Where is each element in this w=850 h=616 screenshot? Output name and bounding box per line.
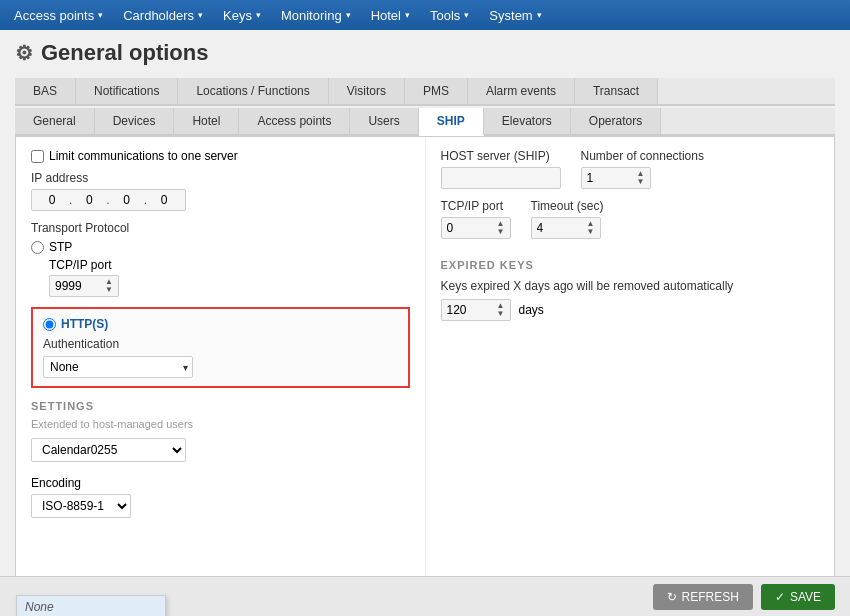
https-box: HTTP(S) Authentication None Basic Custom… <box>31 307 410 388</box>
tab-bas[interactable]: BAS <box>15 78 76 104</box>
refresh-button[interactable]: ↻ REFRESH <box>653 584 753 610</box>
tab-elevators[interactable]: Elevators <box>484 108 571 134</box>
tcp-port-right-down[interactable]: ▼ <box>497 228 505 236</box>
days-spinners: ▲ ▼ <box>497 302 505 318</box>
tab-access-points[interactable]: Access points <box>239 108 350 134</box>
timeout-down[interactable]: ▼ <box>587 228 595 236</box>
auth-dropdown-list: None Basic Custom <box>16 595 166 616</box>
ip-part-4[interactable] <box>150 193 178 207</box>
stp-label: STP <box>49 240 72 254</box>
nav-arrow-monitoring: ▾ <box>346 10 351 20</box>
stp-radio[interactable] <box>31 241 44 254</box>
host-server-label: HOST server (SHIP) <box>441 149 561 163</box>
tcp-port-right-input[interactable]: ▲ ▼ <box>441 217 511 239</box>
tab-alarm-events[interactable]: Alarm events <box>468 78 575 104</box>
settings-section-label: SETTINGS <box>31 400 410 412</box>
https-radio[interactable] <box>43 318 56 331</box>
left-panel: Limit communications to one server IP ad… <box>16 137 426 595</box>
days-row: ▲ ▼ days <box>441 299 820 321</box>
limit-comm-checkbox[interactable] <box>31 150 44 163</box>
tcp-port-input[interactable]: ▲ ▼ <box>49 275 119 297</box>
tab-hotel[interactable]: Hotel <box>174 108 239 134</box>
nav-item-system[interactable]: System ▾ <box>479 0 551 30</box>
nav-item-access-points[interactable]: Access points ▾ <box>4 0 113 30</box>
save-icon: ✓ <box>775 590 785 604</box>
save-button[interactable]: ✓ SAVE <box>761 584 835 610</box>
encoding-select[interactable]: ISO-8859-1 UTF-8 <box>31 494 131 518</box>
tcp-ip-port-label: TCP/IP port <box>49 258 410 272</box>
https-label: HTTP(S) <box>61 317 108 331</box>
stp-radio-row: STP <box>31 240 410 254</box>
tcp-port-right-field: TCP/IP port ▲ ▼ <box>441 199 511 239</box>
tcp-port-spinners: ▲ ▼ <box>105 278 113 294</box>
tab-locations-functions[interactable]: Locations / Functions <box>178 78 328 104</box>
num-connections-down[interactable]: ▼ <box>637 178 645 186</box>
days-input[interactable]: ▲ ▼ <box>441 299 511 321</box>
days-label: days <box>519 303 544 317</box>
num-connections-field: Number of connections ▲ ▼ <box>581 149 704 189</box>
ip-dot-1: . <box>69 193 72 207</box>
timeout-label: Timeout (sec) <box>531 199 604 213</box>
nav-item-hotel[interactable]: Hotel ▾ <box>361 0 420 30</box>
tcp-port-value[interactable] <box>55 279 100 293</box>
tab-pms[interactable]: PMS <box>405 78 468 104</box>
auth-list-none[interactable]: None <box>17 596 165 616</box>
tab-ship[interactable]: SHIP <box>419 108 484 136</box>
timeout-value[interactable] <box>537 221 577 235</box>
calendar-select[interactable]: Calendar0255 <box>31 438 186 462</box>
ip-part-2[interactable] <box>75 193 103 207</box>
host-server-input[interactable] <box>441 167 561 189</box>
nav-item-cardholders[interactable]: Cardholders ▾ <box>113 0 213 30</box>
limit-comm-row: Limit communications to one server <box>31 149 410 163</box>
ip-address-label: IP address <box>31 171 410 185</box>
tab-general[interactable]: General <box>15 108 95 134</box>
auth-dropdown-wrap: None Basic Custom ▾ <box>43 356 193 378</box>
days-value[interactable] <box>447 303 487 317</box>
tcp-timeout-row: TCP/IP port ▲ ▼ Timeout (sec) ▲ <box>441 199 820 239</box>
ip-dot-3: . <box>144 193 147 207</box>
nav-item-keys[interactable]: Keys ▾ <box>213 0 271 30</box>
page-title-row: ⚙ General options <box>15 40 835 66</box>
ip-part-3[interactable] <box>113 193 141 207</box>
timeout-input[interactable]: ▲ ▼ <box>531 217 601 239</box>
tcp-port-down[interactable]: ▼ <box>105 286 113 294</box>
tcp-port-right-value[interactable] <box>447 221 487 235</box>
ip-dot-2: . <box>106 193 109 207</box>
tab-transact[interactable]: Transact <box>575 78 658 104</box>
ip-part-1[interactable] <box>38 193 66 207</box>
num-connections-spinners: ▲ ▼ <box>637 170 645 186</box>
nav-arrow-hotel: ▾ <box>405 10 410 20</box>
host-connections-row: HOST server (SHIP) Number of connections… <box>441 149 820 189</box>
tcp-port-right-spinners: ▲ ▼ <box>497 220 505 236</box>
right-panel: HOST server (SHIP) Number of connections… <box>426 137 835 595</box>
num-connections-input[interactable]: ▲ ▼ <box>581 167 651 189</box>
refresh-label: REFRESH <box>682 590 739 604</box>
tabs-row-1: BAS Notifications Locations / Functions … <box>15 78 835 106</box>
nav-arrow-keys: ▾ <box>256 10 261 20</box>
tabs-row-2: General Devices Hotel Access points User… <box>15 108 835 136</box>
nav-arrow-system: ▾ <box>537 10 542 20</box>
num-connections-value[interactable] <box>587 171 627 185</box>
tab-visitors[interactable]: Visitors <box>329 78 405 104</box>
nav-item-tools[interactable]: Tools ▾ <box>420 0 479 30</box>
tab-notifications[interactable]: Notifications <box>76 78 178 104</box>
timeout-field: Timeout (sec) ▲ ▼ <box>531 199 604 239</box>
tab-operators[interactable]: Operators <box>571 108 661 134</box>
auth-dropdown[interactable]: None Basic Custom <box>43 356 193 378</box>
auth-label: Authentication <box>43 337 398 351</box>
save-label: SAVE <box>790 590 821 604</box>
content-area: Limit communications to one server IP ad… <box>15 136 835 596</box>
top-nav: Access points ▾ Cardholders ▾ Keys ▾ Mon… <box>0 0 850 30</box>
tcp-port-right-label: TCP/IP port <box>441 199 511 213</box>
tab-devices[interactable]: Devices <box>95 108 175 134</box>
timeout-spinners: ▲ ▼ <box>587 220 595 236</box>
expired-keys-header: EXPIRED KEYS <box>441 259 820 271</box>
nav-item-monitoring[interactable]: Monitoring ▾ <box>271 0 361 30</box>
encoding-label: Encoding <box>31 476 410 490</box>
page-title: General options <box>41 40 208 66</box>
num-connections-label: Number of connections <box>581 149 704 163</box>
expired-keys-section: EXPIRED KEYS Keys expired X days ago wil… <box>441 259 820 321</box>
gear-icon: ⚙ <box>15 41 33 65</box>
tab-users[interactable]: Users <box>350 108 418 134</box>
days-down[interactable]: ▼ <box>497 310 505 318</box>
